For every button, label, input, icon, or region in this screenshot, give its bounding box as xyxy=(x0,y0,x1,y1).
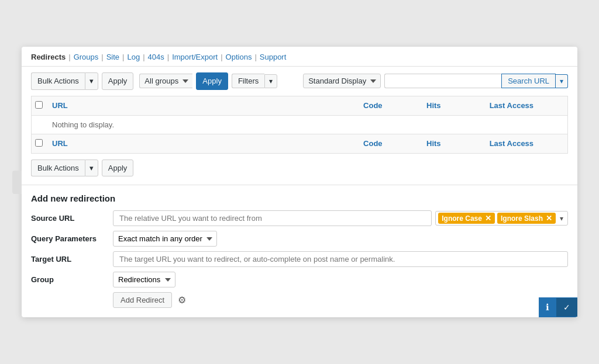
nav-support[interactable]: Support xyxy=(260,53,287,61)
source-url-field-group: Ignore Case ✕ Ignore Slash ✕ ▾ xyxy=(113,210,568,226)
nav-404s[interactable]: 404s xyxy=(148,53,164,61)
sort-hits-link[interactable]: Hits xyxy=(426,101,441,110)
nav-site[interactable]: Site xyxy=(106,53,119,61)
ignore-case-tag-label: Ignore Case xyxy=(442,214,482,223)
nav-options[interactable]: Options xyxy=(226,53,252,61)
group-field: Redirections Default xyxy=(113,272,568,287)
target-url-field xyxy=(113,251,568,267)
ignore-case-tag: Ignore Case ✕ xyxy=(438,213,495,224)
sort-url-link-bottom[interactable]: URL xyxy=(52,139,68,148)
header-checkbox-cell xyxy=(32,96,47,115)
ignore-slash-tag: Ignore Slash ✕ xyxy=(497,213,556,224)
sort-hits-link-bottom[interactable]: Hits xyxy=(426,139,441,148)
footer-url: URL xyxy=(46,134,357,153)
sort-url-link[interactable]: URL xyxy=(52,101,68,110)
nav-sep-3: | xyxy=(122,53,124,61)
ignore-slash-tag-label: Ignore Slash xyxy=(501,214,543,223)
top-nav: Redirects | Groups | Site | Log | 404s |… xyxy=(22,47,577,67)
apply-button-top[interactable]: Apply xyxy=(102,72,134,90)
ignore-case-remove-button[interactable]: ✕ xyxy=(485,214,491,223)
bulk-actions-dropdown[interactable]: ▾ xyxy=(85,72,98,90)
bulk-actions-button[interactable]: Bulk Actions xyxy=(31,72,85,90)
target-url-row: Target URL xyxy=(31,251,568,267)
header-code: Code xyxy=(357,96,421,115)
header-last-access: Last Access xyxy=(484,96,568,115)
bulk-actions-split: Bulk Actions ▾ xyxy=(31,72,98,90)
source-url-label: Source URL xyxy=(31,214,107,223)
select-all-checkbox[interactable] xyxy=(35,101,43,109)
nav-links: Redirects | Groups | Site | Log | 404s |… xyxy=(31,53,568,66)
tag-dropdown-button[interactable]: ▾ xyxy=(558,213,565,224)
table-header-row: URL Code Hits Last Access xyxy=(32,96,568,115)
empty-row: Nothing to display. xyxy=(32,115,568,134)
info-icon: ℹ xyxy=(546,302,549,312)
query-params-select[interactable]: Exact match in any order Exact match ord… xyxy=(113,231,217,247)
nav-redirects[interactable]: Redirects xyxy=(31,53,66,61)
all-groups-select[interactable]: All groups xyxy=(139,74,192,88)
bulk-actions-dropdown-bottom[interactable]: ▾ xyxy=(85,160,98,177)
search-url-button[interactable]: Search URL xyxy=(501,74,556,88)
nav-sep-4: | xyxy=(143,53,144,61)
footer-checkbox-cell xyxy=(32,134,47,153)
table-footer-row: URL Code Hits Last Access xyxy=(32,134,568,153)
nav-sep-2: | xyxy=(101,53,103,61)
apply-button-bottom[interactable]: Apply xyxy=(102,160,134,177)
bulk-actions-split-bottom: Bulk Actions ▾ xyxy=(31,160,98,177)
source-url-row: Source URL Ignore Case ✕ Ignore Slash ✕ … xyxy=(31,210,568,226)
search-input[interactable] xyxy=(384,74,501,88)
group-select[interactable]: Redirections Default xyxy=(113,272,175,287)
header-url: URL xyxy=(46,96,357,115)
info-button[interactable]: ℹ xyxy=(539,297,556,317)
group-row: Group Redirections Default xyxy=(31,272,568,287)
toolbar-right: Standard Display Compact Display Search … xyxy=(303,74,568,88)
side-tab[interactable] xyxy=(12,171,22,194)
nav-sep-7: | xyxy=(254,53,256,61)
source-url-input[interactable] xyxy=(113,210,432,226)
nav-import-export[interactable]: Import/Export xyxy=(172,53,218,61)
search-url-dropdown-button[interactable]: ▾ xyxy=(556,74,568,88)
sort-code-link[interactable]: Code xyxy=(363,101,383,110)
footer-hits: Hits xyxy=(421,134,484,153)
add-redirect-row: Add Redirect ⚙ xyxy=(31,292,568,308)
nav-sep-1: | xyxy=(68,53,70,61)
select-all-bottom-checkbox[interactable] xyxy=(35,139,43,147)
info-bar: ℹ ✓ xyxy=(539,297,577,317)
table-container: URL Code Hits Last Access xyxy=(22,96,577,154)
target-url-label: Target URL xyxy=(31,255,107,264)
apply-filter-button[interactable]: Apply xyxy=(196,72,228,90)
sort-code-link-bottom[interactable]: Code xyxy=(363,139,383,148)
nav-groups[interactable]: Groups xyxy=(74,53,99,61)
empty-checkbox-cell xyxy=(32,115,47,134)
filters-dropdown-button[interactable]: ▾ xyxy=(264,74,277,88)
bulk-actions-button-bottom[interactable]: Bulk Actions xyxy=(31,160,85,177)
add-redirect-button[interactable]: Add Redirect xyxy=(113,292,172,308)
all-groups-split: All groups xyxy=(139,74,192,88)
nav-sep-5: | xyxy=(167,53,169,61)
main-card: Redirects | Groups | Site | Log | 404s |… xyxy=(22,47,577,317)
toolbar-left: Bulk Actions ▾ Apply All groups Apply Fi… xyxy=(31,72,277,90)
target-url-input[interactable] xyxy=(113,251,568,267)
search-url-container: Search URL ▾ xyxy=(384,74,568,88)
query-params-field: Exact match in any order Exact match ord… xyxy=(113,231,568,247)
query-params-row: Query Parameters Exact match in any orde… xyxy=(31,231,568,247)
add-section: Add new redirection Source URL Ignore Ca… xyxy=(22,185,577,317)
filters-btn-group: Filters ▾ xyxy=(232,74,277,88)
tag-group: Ignore Case ✕ Ignore Slash ✕ ▾ xyxy=(435,211,568,226)
nav-sep-6: | xyxy=(221,53,222,61)
check-icon: ✓ xyxy=(563,303,570,312)
check-button[interactable]: ✓ xyxy=(556,298,577,317)
sort-access-link-bottom[interactable]: Last Access xyxy=(490,139,533,148)
query-params-label: Query Parameters xyxy=(31,234,107,243)
footer-last-access: Last Access xyxy=(484,134,568,153)
redirects-table: URL Code Hits Last Access xyxy=(31,96,568,154)
display-select[interactable]: Standard Display Compact Display xyxy=(303,74,381,88)
ignore-slash-remove-button[interactable]: ✕ xyxy=(546,214,552,223)
filters-button[interactable]: Filters xyxy=(232,74,264,88)
gear-button[interactable]: ⚙ xyxy=(177,293,187,307)
group-label: Group xyxy=(31,275,107,284)
sort-access-link[interactable]: Last Access xyxy=(490,101,533,110)
footer-code: Code xyxy=(357,134,421,153)
toolbar-row: Bulk Actions ▾ Apply All groups Apply Fi… xyxy=(22,67,577,96)
nav-log[interactable]: Log xyxy=(127,53,140,61)
bottom-toolbar: Bulk Actions ▾ Apply xyxy=(22,154,577,183)
